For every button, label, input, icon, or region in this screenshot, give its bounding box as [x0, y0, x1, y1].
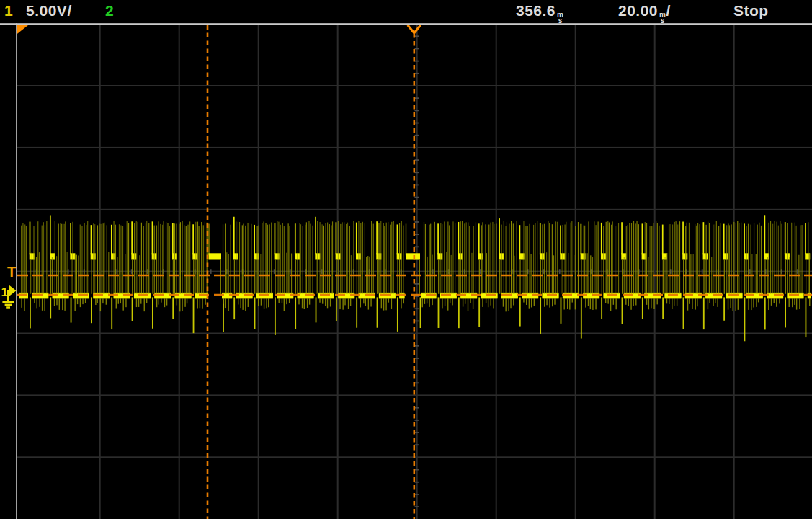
- left-marker-column: T1: [1, 264, 17, 309]
- trigger-level-marker[interactable]: T: [7, 264, 16, 280]
- time-reference-icon[interactable]: [17, 25, 30, 34]
- ch1-position-label[interactable]: 1: [1, 285, 8, 299]
- oscilloscope-screen: 1 5.00V/ 2 356.6ms 20.00ms/ Stop T1: [0, 0, 812, 519]
- trigger-time-marker-icon[interactable]: [408, 25, 421, 33]
- ch1-position-arrow-icon[interactable]: [9, 285, 17, 297]
- display-area: T1: [0, 0, 812, 519]
